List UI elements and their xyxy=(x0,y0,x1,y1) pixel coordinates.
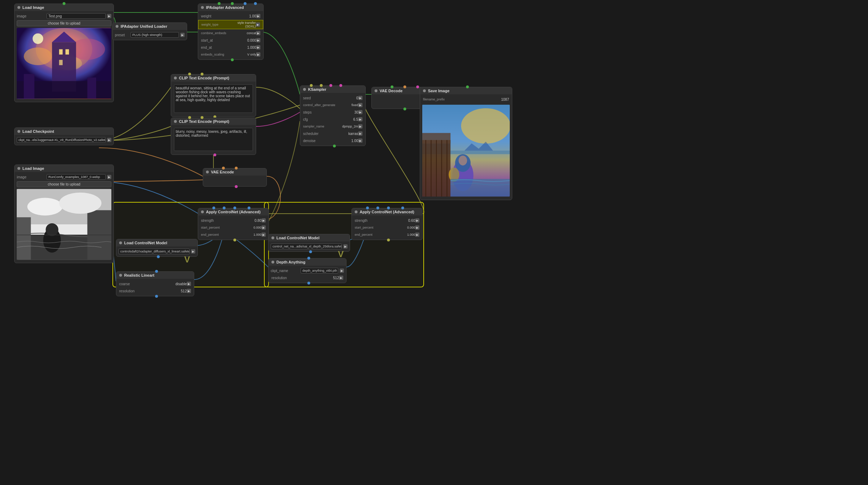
save-image-node: Save Image filename_prefix 1087 xyxy=(420,87,512,200)
checkpoint-select-row[interactable]: ckpt_na...els/Juggernaut-XL_v9_RunDiffus… xyxy=(15,136,113,144)
controlnet-right-select-row[interactable]: control_net_na...adis/sai_xl_depth_256lo… xyxy=(269,243,350,250)
scheduler-arrow[interactable]: ▶ xyxy=(358,131,362,136)
svg-rect-13 xyxy=(88,78,96,99)
fantasy-image-svg xyxy=(17,28,111,99)
controlnet-left-value[interactable]: controlsdaft2/xadapter_diffusers_xl_line… xyxy=(118,249,190,254)
checkpoint-arrow-btn[interactable]: ▶ xyxy=(107,138,111,142)
image-value[interactable]: Test.png xyxy=(47,13,106,19)
seed-arrow[interactable]: ▶ xyxy=(358,96,362,100)
controlnet-right-arrow[interactable]: ▶ xyxy=(343,244,348,249)
clip-text-negative-input[interactable]: blurry, noisy, messy, lowres, jpeg, arti… xyxy=(174,128,253,151)
ipadapter-advanced-port-top1 xyxy=(218,2,221,5)
start-at-label: start_at xyxy=(201,38,229,42)
ipadapter-unified-loader-header: IPAdapter Unified Loader xyxy=(113,23,187,30)
end-at-value: 1.000 xyxy=(229,46,256,49)
ckpt-label: ckpt_name xyxy=(271,269,299,273)
controlnet-left-select-row[interactable]: controlsdaft2/xadapter_diffusers_xl_line… xyxy=(116,248,197,255)
depth-anything-body: ckpt_name depth_anything_vitl4.pth ▶ res… xyxy=(269,266,346,283)
image-bottom-arrow-btn[interactable]: ▶ xyxy=(107,175,111,179)
coarse-label: coarse xyxy=(119,282,148,286)
clip-text-negative-node: CLIP Text Encode (Prompt) blurry, noisy,… xyxy=(171,118,256,155)
end-percent-right-value: 1.000 xyxy=(383,233,415,236)
node-dot-2 xyxy=(17,130,20,133)
node-dot-8 xyxy=(206,171,209,173)
node-dot-15 xyxy=(271,236,274,239)
denoise-arrow[interactable]: ▶ xyxy=(358,139,362,143)
depth-anything-header: Depth Anything xyxy=(269,259,346,266)
end-percent-right-arrow[interactable]: ▶ xyxy=(415,233,419,237)
coarse-arrow[interactable]: ▶ xyxy=(187,282,191,286)
image-arrow-btn[interactable]: ▶ xyxy=(107,14,111,18)
resolution-depth-label: resolution xyxy=(271,276,300,280)
ksampler-header: KSampler xyxy=(300,86,365,93)
ckpt-row[interactable]: ckpt_name depth_anything_vitl4.pth ▶ xyxy=(269,267,346,274)
clip-text-positive-input[interactable]: beautiful woman, sitting at the end of a… xyxy=(174,84,253,113)
load-image-top-title: Load Image xyxy=(22,5,44,10)
image-bottom-select-row[interactable]: image RunComfy_examples_1087_0.webp ▶ xyxy=(15,173,113,181)
node-dot-3 xyxy=(17,167,20,170)
denoise-label: denoise xyxy=(303,139,332,143)
vae-decode-port-bottom xyxy=(403,108,406,110)
weight-value: 1.00 xyxy=(229,14,256,18)
end-percent-left-arrow[interactable]: ▶ xyxy=(261,233,266,237)
cfg-value: 6.5 xyxy=(332,118,358,121)
apply-controlnet-left-title: Apply ControlNet (Advanced) xyxy=(206,210,260,214)
resolution-lineart-arrow[interactable]: ▶ xyxy=(187,289,191,293)
filename-value: 1087 xyxy=(451,98,509,101)
svg-rect-19 xyxy=(17,217,31,260)
preset-select-row[interactable]: preset PLUS (high strength) ▶ xyxy=(113,31,187,38)
resolution-depth-arrow[interactable]: ▶ xyxy=(339,276,343,280)
apply-controlnet-right-title: Apply ControlNet (Advanced) xyxy=(360,210,414,214)
preset-arrow-btn[interactable]: ▶ xyxy=(180,33,185,37)
embeds-scaling-arrow[interactable]: ▶ xyxy=(256,52,260,57)
apply-controlnet-right-port-top3 xyxy=(387,207,390,209)
weight-arrow[interactable]: ▶ xyxy=(256,14,260,18)
cfg-arrow[interactable]: ▶ xyxy=(358,117,362,121)
weight-row: weight 1.00 ▶ xyxy=(198,12,263,20)
steps-arrow[interactable]: ▶ xyxy=(358,110,362,114)
ksampler-title: KSampler xyxy=(308,87,326,92)
combine-arrow[interactable]: ▶ xyxy=(256,31,260,35)
weight-type-arrow[interactable]: ▶ xyxy=(256,22,260,27)
start-at-arrow[interactable]: ▶ xyxy=(256,38,260,42)
choose-file-btn-top[interactable]: choose file to upload xyxy=(17,20,111,26)
load-image-bottom-body: image RunComfy_examples_1087_0.webp ▶ ch… xyxy=(15,172,113,263)
weight-type-row[interactable]: weight_type style transfer (SDXL) ▶ xyxy=(198,20,263,29)
start-percent-right-arrow[interactable]: ▶ xyxy=(415,225,419,230)
sampler-arrow[interactable]: ▶ xyxy=(358,124,362,129)
v-merge-right: V xyxy=(338,249,344,259)
vae-encode-port-bottom xyxy=(235,185,238,188)
load-image-top-preview xyxy=(17,28,111,99)
checkpoint-value[interactable]: ckpt_na...els/Juggernaut-XL_v9_RunDiffus… xyxy=(17,137,106,143)
save-image-title: Save Image xyxy=(428,89,450,93)
control-after-arrow[interactable]: ▶ xyxy=(358,103,362,107)
image-bottom-value[interactable]: RunComfy_examples_1087_0.webp xyxy=(47,174,106,180)
strength-left-value: 0.80 xyxy=(229,219,261,223)
control-after-label: control_after_generate xyxy=(303,103,335,107)
ckpt-value[interactable]: depth_anything_vitl4.pth xyxy=(301,268,338,273)
image-select-row[interactable]: image Test.png ▶ xyxy=(15,12,113,20)
start-at-row: start_at 0.000 ▶ xyxy=(198,37,263,44)
choose-file-btn-bottom[interactable]: choose file to upload xyxy=(17,181,111,187)
control-after-value: fixed xyxy=(335,103,358,107)
svg-rect-7 xyxy=(59,49,63,54)
vae-encode-header: VAE Encode xyxy=(203,168,266,176)
ipadapter-advanced-header: IPAdapter Advanced xyxy=(198,4,263,11)
controlnet-right-value[interactable]: control_net_na...adis/sai_xl_depth_256lo… xyxy=(271,244,342,249)
ckpt-arrow[interactable]: ▶ xyxy=(340,268,344,273)
filename-label: filename_prefix xyxy=(423,98,451,101)
apply-controlnet-right-port-top4 xyxy=(401,207,404,209)
strength-left-arrow[interactable]: ▶ xyxy=(261,218,266,223)
start-percent-right-label: start_percent xyxy=(355,226,383,229)
load-image-bottom-node: Load Image image RunComfy_examples_1087_… xyxy=(14,165,114,263)
weight-type-label: weight_type xyxy=(201,23,230,26)
controlnet-left-arrow[interactable]: ▶ xyxy=(191,249,195,254)
apply-controlnet-left-port-top4 xyxy=(248,207,250,209)
end-at-row: end_at 1.000 ▶ xyxy=(198,44,263,51)
strength-right-arrow[interactable]: ▶ xyxy=(415,218,419,223)
start-percent-left-arrow[interactable]: ▶ xyxy=(261,225,266,230)
load-controlnet-right-title: Load ControlNet Model xyxy=(276,236,319,240)
sampler-row: sampler_name dpmpp_2m ▶ xyxy=(300,123,365,130)
end-at-arrow[interactable]: ▶ xyxy=(256,45,260,49)
preset-value[interactable]: PLUS (high strength) xyxy=(131,32,179,38)
